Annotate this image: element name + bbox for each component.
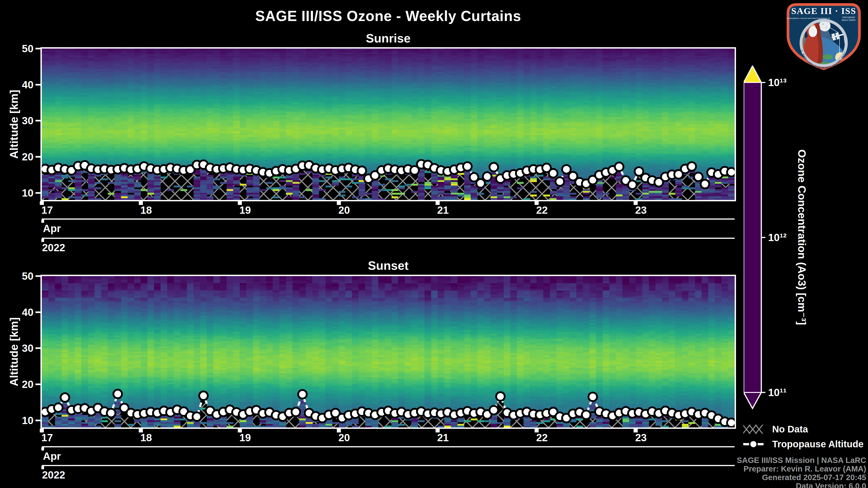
- y-tick: [35, 156, 40, 158]
- year-label: 2022: [42, 469, 65, 481]
- patch-subtitle-right-2: Space Station: [842, 19, 856, 21]
- y-tick: [35, 48, 40, 50]
- patch-subtitle-right-1: International: [842, 16, 855, 19]
- sunset-panel-frame: [40, 275, 736, 429]
- y-tick: [35, 348, 40, 349]
- colorbar-tick-label: 10¹³: [768, 76, 786, 89]
- colorbar-tick-label: 10¹¹: [768, 386, 786, 398]
- y-tick: [35, 275, 40, 277]
- tropopause-legend-label: Tropopause Altitude: [772, 439, 864, 450]
- legend-marker-circle-icon: [750, 441, 757, 448]
- x-tick-label: 19: [239, 431, 251, 444]
- sage-iii-iss-mission-patch-logo: SAGE III · ISS Stratospheric Aerosol and…: [781, 1, 866, 72]
- x-tick-label: 23: [635, 431, 647, 444]
- attribution-preparer: Preparer: Kevin R. Leavor (AMA): [737, 464, 866, 473]
- x-tick-label: 22: [536, 431, 548, 444]
- month-label: Apr: [43, 222, 61, 234]
- tropopause-legend-swatch: [743, 439, 764, 449]
- figure-canvas: SAGE III/ISS Ozone - Weekly Curtains Sun…: [0, 0, 868, 488]
- sunrise-heatmap-canvas: [42, 48, 735, 200]
- y-tick-label: 40: [0, 306, 33, 318]
- colorbar-tick-label: 10¹²: [768, 231, 786, 243]
- colorbar-extend-min-arrow: [744, 392, 761, 409]
- x-tick-label: 22: [536, 204, 548, 216]
- no-data-legend-swatch: [743, 425, 764, 434]
- x-tick-label: 17: [41, 431, 53, 444]
- month-axis-line: [42, 219, 735, 220]
- x-tick-label: 19: [239, 204, 251, 216]
- x-tick-label: 21: [437, 204, 449, 216]
- year-axis-line: [42, 238, 735, 239]
- y-tick-label: 10: [0, 414, 33, 427]
- y-tick-label: 30: [0, 115, 33, 127]
- y-tick: [35, 120, 40, 122]
- sunrise-panel-frame: [40, 47, 736, 201]
- colorbar-axis-label: Ozone Concentration (Ao3) [cm⁻³]: [796, 149, 808, 325]
- sunset-heatmap-canvas: [42, 276, 735, 427]
- x-tick-label: 18: [141, 431, 152, 444]
- x-tick-label: 21: [437, 431, 449, 444]
- legend-dash-icon: [758, 443, 764, 445]
- legend-dash-icon: [743, 443, 749, 445]
- attribution-block: SAGE III/ISS Mission | NASA LaRC Prepare…: [737, 456, 866, 488]
- colorbar: [744, 66, 769, 410]
- colorbar-extend-max-arrow: [744, 66, 761, 83]
- y-tick-label: 50: [0, 270, 33, 282]
- colorbar-gradient: [744, 83, 761, 392]
- year-axis-line: [42, 465, 735, 466]
- month-label: Apr: [43, 450, 61, 462]
- y-tick: [35, 84, 40, 86]
- y-tick-label: 50: [0, 42, 33, 55]
- attribution-generated: Generated 2025-07-17 20:45: [737, 473, 866, 482]
- x-tick-label: 18: [141, 204, 152, 216]
- panel-title-sunrise: Sunrise: [42, 31, 735, 45]
- y-tick: [35, 420, 40, 421]
- x-tick-label: 17: [41, 204, 53, 216]
- year-label: 2022: [42, 241, 65, 254]
- y-tick-label: 40: [0, 78, 33, 91]
- y-tick-label: 20: [0, 378, 33, 390]
- y-tick-label: 10: [0, 187, 33, 199]
- x-tick-label: 20: [338, 204, 350, 216]
- x-tick-label: 20: [338, 431, 350, 444]
- patch-title: SAGE III · ISS: [791, 6, 856, 16]
- y-tick: [35, 384, 40, 385]
- y-tick-label: 30: [0, 342, 33, 354]
- page-title: SAGE III/ISS Ozone - Weekly Curtains: [42, 8, 735, 24]
- moon-crater: [822, 23, 824, 25]
- attribution-mission: SAGE III/ISS Mission | NASA LaRC: [737, 456, 866, 464]
- y-tick: [35, 312, 40, 313]
- moon-crater: [826, 26, 827, 28]
- y-tick: [35, 192, 40, 194]
- y-tick-label: 20: [0, 151, 33, 163]
- panel-title-sunset: Sunset: [42, 258, 735, 272]
- no-data-legend-label: No Data: [772, 424, 808, 435]
- attribution-data-version: Data Version: 6.0.0: [737, 482, 866, 488]
- x-tick-label: 23: [635, 204, 647, 216]
- month-axis-line: [42, 446, 735, 447]
